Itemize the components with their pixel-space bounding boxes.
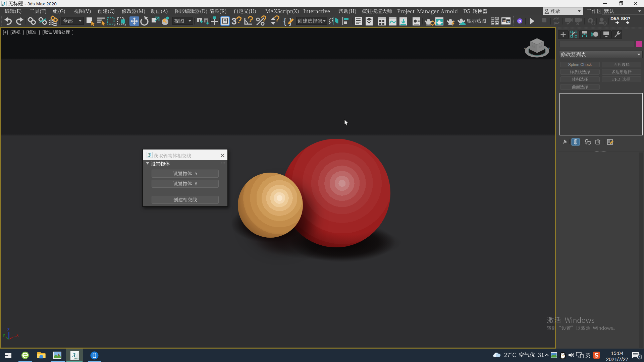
svg-text:p: p [519, 19, 521, 23]
svg-text:Z: Z [7, 328, 10, 332]
svg-text:X: X [16, 333, 19, 337]
svg-text:D5A: D5A [610, 16, 620, 21]
svg-text:3: 3 [148, 152, 151, 158]
svg-text:MAX: MAX [74, 358, 79, 360]
svg-text:E: E [548, 47, 550, 49]
svg-text:zp: zp [507, 19, 511, 23]
svg-text:m: m [503, 19, 506, 22]
svg-text:3: 3 [231, 16, 237, 26]
svg-text:SKP: SKP [621, 16, 630, 21]
svg-text:y: y [3, 333, 5, 337]
svg-text:3: 3 [2, 1, 5, 6]
svg-text:W: W [524, 47, 526, 49]
svg-text:{: { [283, 16, 286, 26]
svg-text:1: 1 [639, 356, 641, 359]
